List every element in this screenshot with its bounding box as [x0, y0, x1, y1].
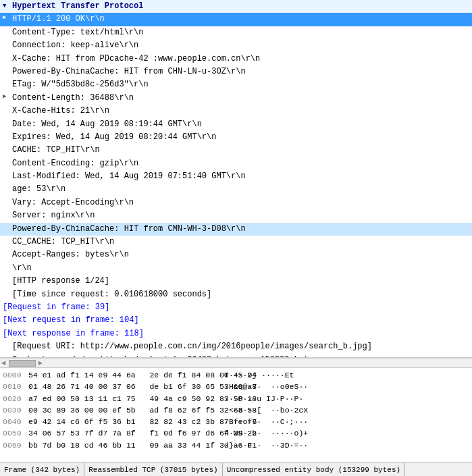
tree-item: Powered-By-ChinaCache: HIT from CHN-LN-u…: [0, 65, 472, 78]
tree-spacer: [3, 132, 12, 140]
tree-item-text: Vary: Accept-Encoding\r\n: [12, 197, 134, 209]
tree-item: \r\n: [0, 262, 472, 275]
scrollbar-thumb[interactable]: [9, 360, 36, 367]
tree-item: CACHE: TCP_HIT\r\n: [0, 144, 472, 157]
tree-item[interactable]: [Request in frame: 39]: [0, 301, 472, 314]
hex-offset: 0060: [3, 440, 28, 451]
hex-ascii: 4·WS··z· ·····o)+: [224, 427, 308, 439]
tree-item: ETag: W/"5d53bd8c-256d3"\r\n: [0, 78, 472, 91]
frame-link[interactable]: [Next request in frame: 104]: [3, 315, 139, 326]
tree-item: X-Cache-Hits: 21\r\n: [0, 105, 472, 117]
tree-item-text: Connection: keep-alive\r\n: [12, 40, 138, 51]
tree-item: Server: nginx\r\n: [0, 209, 472, 222]
tree-arrow-icon[interactable]: ▶: [3, 14, 12, 22]
tree-arrow-icon[interactable]: ▶: [3, 92, 12, 101]
hex-bytes: 01 48 26 71 40 00 37 06 de b1 6f 30 65 5…: [28, 381, 224, 392]
tree-item-text: age: 53\r\n: [12, 184, 65, 195]
tree-item-text: CACHE: TCP_HIT\r\n: [12, 144, 100, 156]
protocol-tree: ▼ Hypertext Transfer Protocol ▶ HTTP/1.1…: [0, 0, 472, 358]
tree-item-text: Content-Type: text/html\r\n: [12, 27, 143, 38]
hex-ascii: ·B··o·6· ··C·;···: [224, 416, 308, 427]
tree-item-text: Content-Length: 36488\r\n: [12, 92, 134, 104]
scroll-left-icon[interactable]: ◄: [1, 359, 6, 367]
tree-item[interactable]: [Next response in frame: 118]: [0, 327, 472, 340]
tree-item-text: Powered-By-ChinaCache: HIT from CMN-WH-3…: [12, 223, 246, 235]
tree-item-text: Content-Encoding: gzip\r\n: [12, 158, 138, 169]
frame-link[interactable]: [Request in frame: 39]: [3, 302, 109, 313]
section-expand-icon[interactable]: ▼: [3, 2, 12, 11]
tree-spacer: [3, 236, 12, 245]
hex-offset: 0050: [3, 427, 28, 439]
tree-item-text: [Request URI: http://www.people.com.cn/i…: [12, 341, 372, 352]
hex-offset: 0030: [3, 404, 28, 416]
hex-bytes: 00 3c 89 36 00 00 ef 5b ad f8 62 6f f5 3…: [28, 404, 224, 416]
hex-ascii: ·}···F·· ··3D·=··: [224, 440, 308, 451]
tree-item: Last-Modified: Wed, 14 Aug 2019 07:51:40…: [0, 170, 472, 183]
tree-item: age: 53\r\n: [0, 183, 472, 196]
hex-row: 0040 e9 42 14 c6 6f f5 36 b1 82 82 43 c2…: [3, 416, 469, 427]
tree-spacer: [3, 197, 12, 206]
tree-item-text: Expires: Wed, 14 Aug 2019 08:20:44 GMT\r…: [12, 132, 216, 143]
tree-item[interactable]: ▶ HTTP/1.1 200 OK\r\n: [0, 13, 472, 26]
tree-item-text: Powered-By-ChinaCache: HIT from CHN-LN-u…: [12, 66, 246, 78]
tree-item-text: HTTP/1.1 200 OK\r\n: [12, 14, 105, 25]
tree-spacer: [3, 289, 12, 298]
tree-item[interactable]: ▶ Content-Length: 36488\r\n: [0, 92, 472, 105]
tree-item: Connection: keep-alive\r\n: [0, 39, 472, 52]
tree-spacer: [3, 210, 12, 219]
tree-spacer: [3, 263, 12, 271]
hex-row: 0060 bb 7d b0 18 cd 46 bb 11 09 aa 33 44…: [3, 440, 469, 451]
hex-bytes: e9 42 14 c6 6f f5 36 b1 82 82 43 c2 3b 8…: [28, 416, 224, 427]
tree-spacer: [3, 53, 12, 62]
tree-item: Accept-Ranges: bytes\r\n: [0, 248, 472, 261]
tree-spacer: [3, 40, 12, 49]
tree-item-text: CC_CACHE: TCP_HIT\r\n: [12, 236, 114, 248]
tree-spacer: [3, 158, 12, 167]
status-bar: Frame (342 bytes)Reassembled TCP (37015 …: [0, 462, 472, 476]
section-title: Hypertext Transfer Protocol: [12, 1, 143, 12]
tree-item-text: \r\n: [12, 263, 32, 274]
tree-item: Powered-By-ChinaCache: HIT from CMN-WH-3…: [0, 223, 472, 236]
tree-spacer: [3, 223, 12, 232]
hex-offset: 0020: [3, 393, 28, 404]
hex-ascii: ·H&q@·7· ··o0eS··: [224, 381, 308, 392]
tree-item: X-Cache: HIT from PDcache-42 :www.people…: [0, 53, 472, 65]
frame-link[interactable]: [Next response in frame: 118]: [3, 328, 144, 340]
hex-row: 0030 00 3c 89 36 00 00 ef 5b ad f8 62 6f…: [3, 404, 469, 416]
hex-ascii: ···P···u IJ·P··P·: [224, 393, 303, 404]
hex-bytes: 34 06 57 53 7f d7 7a 8f f1 0d f6 97 d6 6…: [28, 427, 224, 439]
tree-item: Vary: Accept-Encoding\r\n: [0, 196, 472, 209]
status-segment: Frame (342 bytes): [0, 463, 84, 476]
hex-offset: 0010: [3, 381, 28, 392]
tree-item-text: X-Cache-Hits: 21\r\n: [12, 105, 109, 117]
tree-item: Content-Encoding: gzip\r\n: [0, 157, 472, 170]
tree-item: Date: Wed, 14 Aug 2019 08:19:44 GMT\r\n: [0, 118, 472, 131]
tree-item-text: Date: Wed, 14 Aug 2019 08:19:44 GMT\r\n: [12, 119, 202, 130]
scroll-right-icon[interactable]: ►: [38, 359, 43, 367]
hex-bytes: bb 7d b0 18 cd 46 bb 11 09 aa 33 44 1f 3…: [28, 440, 224, 451]
tree-spacer: [3, 66, 12, 75]
tree-spacer: [3, 275, 12, 284]
hex-offset: 0000: [3, 369, 28, 381]
tree-item: Expires: Wed, 14 Aug 2019 08:20:44 GMT\r…: [0, 131, 472, 144]
tree-spacer: [3, 79, 12, 88]
tree-item[interactable]: [Next request in frame: 104]: [0, 314, 472, 327]
hex-row: 0000 54 e1 ad f1 14 e9 44 6a 2e de f1 84…: [3, 369, 469, 381]
tree-spacer: [3, 249, 12, 258]
tree-spacer: [3, 27, 12, 36]
tree-spacer: [3, 144, 12, 153]
tree-spacer: [3, 341, 12, 350]
tree-spacer: [3, 105, 12, 114]
tree-spacer: [3, 171, 12, 180]
tree-item-text: Accept-Ranges: bytes\r\n: [12, 249, 129, 261]
tree-item: [Time since request: 0.010618000 seconds…: [0, 288, 472, 301]
hex-area: 0000 54 e1 ad f1 14 e9 44 6a 2e de f1 84…: [0, 367, 472, 462]
tree-item-text: [Time since request: 0.010618000 seconds…: [12, 289, 211, 300]
tree-item-text: X-Cache: HIT from PDcache-42 :www.people…: [12, 53, 260, 65]
hex-bytes: 54 e1 ad f1 14 e9 44 6a 2e de f1 84 08 0…: [28, 369, 224, 381]
section-header: ▼ Hypertext Transfer Protocol: [0, 0, 472, 13]
hex-row: 0010 01 48 26 71 40 00 37 06 de b1 6f 30…: [3, 381, 469, 392]
tree-item-text: Last-Modified: Wed, 14 Aug 2019 07:51:40…: [12, 171, 246, 182]
hex-ascii: ·<·6···[ ··bo·2cX: [224, 404, 308, 416]
h-scrollbar[interactable]: ◄ ►: [0, 358, 472, 367]
